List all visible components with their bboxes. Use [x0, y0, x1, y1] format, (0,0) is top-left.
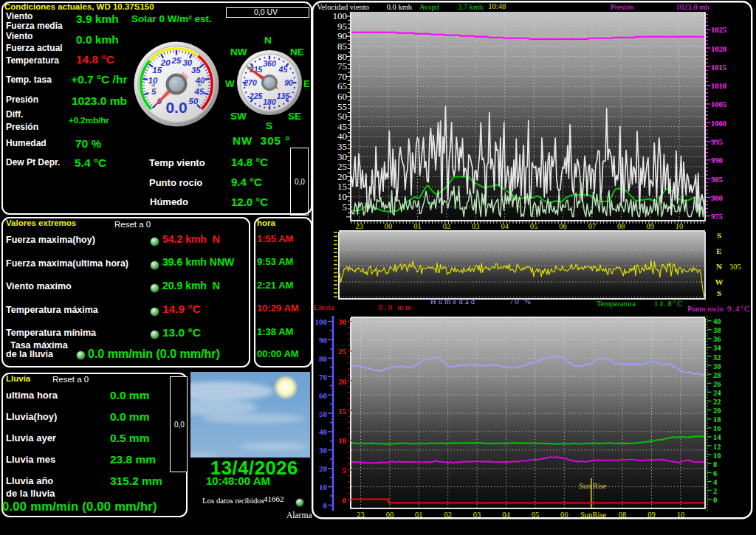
svg-text:50: 50: [337, 111, 347, 122]
svg-text:30: 30: [337, 151, 347, 162]
svg-text:35: 35: [337, 141, 347, 152]
svg-text:10: 10: [676, 222, 684, 230]
svg-text:00: 00: [386, 511, 394, 519]
svg-text:E: E: [716, 246, 721, 255]
svg-text:35: 35: [191, 66, 201, 75]
svg-text:25: 25: [171, 56, 182, 65]
svg-text:03: 03: [472, 222, 480, 230]
svg-text:32: 32: [713, 353, 721, 362]
svg-text:05: 05: [532, 511, 540, 519]
svg-text:24: 24: [713, 389, 721, 397]
svg-text:9.4°C: 9.4°C: [727, 305, 751, 313]
svg-text:09: 09: [647, 511, 656, 519]
svg-text:20: 20: [337, 171, 347, 182]
svg-text:80: 80: [337, 51, 347, 62]
svg-text:45: 45: [337, 121, 347, 132]
svg-text:4: 4: [713, 478, 718, 486]
svg-text:S: S: [717, 289, 721, 297]
svg-text:305: 305: [729, 263, 741, 271]
svg-text:50: 50: [189, 97, 199, 106]
svg-text:90: 90: [319, 336, 328, 345]
svg-text:SunRise: SunRise: [580, 511, 606, 519]
svg-text:10: 10: [319, 483, 328, 491]
svg-text:06: 06: [559, 222, 567, 230]
svg-text:15: 15: [337, 181, 347, 192]
svg-text:14.8°C: 14.8°C: [654, 300, 684, 308]
svg-text:S: S: [717, 231, 721, 240]
svg-text:02: 02: [444, 511, 452, 519]
svg-text:270: 270: [243, 78, 257, 87]
svg-text:Sun Rise: Sun Rise: [579, 482, 607, 490]
svg-text:85: 85: [337, 41, 347, 52]
svg-text:25: 25: [338, 347, 347, 356]
svg-text:23: 23: [355, 222, 363, 230]
svg-text:09: 09: [646, 222, 654, 230]
svg-text:65: 65: [337, 80, 347, 92]
svg-text:100: 100: [315, 317, 328, 326]
svg-text:95: 95: [337, 21, 347, 32]
svg-text:0: 0: [343, 496, 347, 505]
svg-text:1005: 1005: [711, 100, 726, 108]
svg-text:Presión: Presión: [611, 3, 634, 11]
svg-text:3.7 kmh: 3.7 kmh: [458, 3, 484, 11]
svg-text:20: 20: [338, 377, 347, 386]
svg-text:34: 34: [713, 344, 721, 352]
svg-text:01: 01: [415, 511, 423, 519]
svg-text:16: 16: [713, 424, 721, 432]
svg-text:01: 01: [413, 222, 422, 230]
svg-text:5: 5: [151, 87, 157, 96]
svg-text:Velocidad viento: Velocidad viento: [317, 3, 369, 11]
svg-text:23: 23: [357, 511, 365, 519]
svg-text:0: 0: [323, 501, 328, 510]
svg-text:1023.0 mb: 1023.0 mb: [676, 3, 709, 11]
svg-text:45: 45: [194, 87, 205, 96]
svg-text:08: 08: [617, 222, 625, 230]
svg-text:40: 40: [713, 317, 721, 325]
svg-text:225: 225: [249, 92, 263, 100]
svg-text:50: 50: [319, 410, 328, 418]
svg-text:03: 03: [473, 511, 481, 519]
svg-text:20: 20: [713, 407, 721, 415]
svg-text:04: 04: [501, 222, 509, 230]
svg-text:5: 5: [343, 466, 347, 474]
svg-text:►: ►: [197, 81, 204, 89]
svg-text:28: 28: [713, 371, 721, 379]
svg-text:10: 10: [713, 452, 721, 460]
svg-text:10: 10: [677, 511, 685, 519]
svg-text:10: 10: [337, 191, 347, 202]
svg-text:20: 20: [319, 464, 328, 473]
svg-text:70: 70: [319, 373, 328, 382]
svg-text:10: 10: [338, 436, 347, 445]
svg-text:08: 08: [619, 511, 627, 519]
svg-text:360: 360: [263, 59, 276, 68]
svg-text:15: 15: [338, 407, 347, 415]
svg-text:30: 30: [713, 362, 721, 370]
svg-text:980: 980: [711, 194, 723, 202]
svg-text:06: 06: [560, 511, 568, 519]
svg-text:45: 45: [278, 65, 288, 74]
svg-text:6: 6: [713, 469, 717, 477]
svg-text:55: 55: [337, 101, 347, 112]
svg-text:1010: 1010: [711, 82, 726, 90]
svg-text:00: 00: [385, 222, 393, 230]
svg-text:30: 30: [338, 317, 347, 326]
svg-text:75: 75: [337, 61, 347, 72]
svg-text:40: 40: [337, 131, 347, 142]
svg-text:40: 40: [319, 427, 328, 436]
svg-text:995: 995: [711, 138, 723, 146]
svg-text:30: 30: [319, 446, 328, 455]
svg-text:36: 36: [713, 335, 721, 343]
svg-text:Avspd: Avspd: [419, 3, 439, 11]
svg-text:04: 04: [502, 511, 510, 519]
svg-text:07: 07: [588, 222, 597, 230]
svg-text:80: 80: [319, 354, 328, 363]
svg-text:10:48: 10:48: [488, 2, 506, 10]
svg-text:8: 8: [713, 460, 717, 469]
svg-text:60: 60: [337, 91, 347, 102]
svg-text:0.0: 0.0: [165, 99, 187, 116]
svg-text:14: 14: [713, 433, 721, 441]
svg-text:25: 25: [337, 161, 347, 172]
svg-text:18: 18: [713, 415, 721, 424]
svg-text:05: 05: [530, 222, 538, 230]
svg-text:Lluvia: Lluvia: [314, 303, 334, 311]
